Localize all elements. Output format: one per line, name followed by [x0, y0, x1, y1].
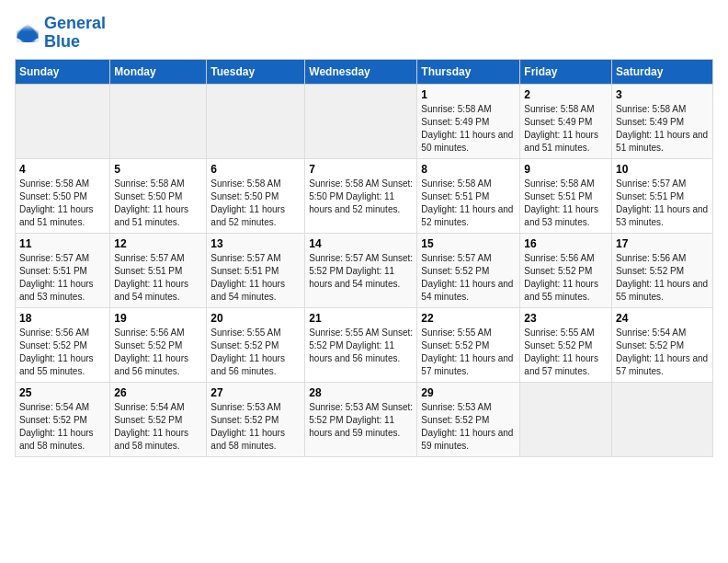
- day-info: Sunrise: 5:58 AM Sunset: 5:49 PM Dayligh…: [524, 103, 608, 155]
- day-number: 5: [114, 163, 202, 176]
- calendar-cell: 20Sunrise: 5:55 AM Sunset: 5:52 PM Dayli…: [207, 307, 305, 382]
- day-number: 6: [210, 163, 301, 176]
- day-info: Sunrise: 5:58 AM Sunset: 5:49 PM Dayligh…: [421, 103, 516, 155]
- logo: General Blue: [15, 15, 106, 52]
- calendar-cell: [207, 84, 305, 158]
- day-info: Sunrise: 5:57 AM Sunset: 5:52 PM Dayligh…: [421, 252, 516, 304]
- day-info: Sunrise: 5:54 AM Sunset: 5:52 PM Dayligh…: [114, 401, 202, 453]
- header-friday: Friday: [520, 59, 612, 84]
- day-info: Sunrise: 5:57 AM Sunset: 5:51 PM Dayligh…: [19, 252, 106, 304]
- day-number: 25: [19, 386, 106, 399]
- day-number: 7: [309, 163, 413, 176]
- calendar-cell: [305, 84, 417, 158]
- calendar-cell: 7Sunrise: 5:58 AM Sunset: 5:50 PM Daylig…: [305, 158, 417, 233]
- day-info: Sunrise: 5:53 AM Sunset: 5:52 PM Dayligh…: [210, 401, 301, 453]
- calendar-cell: 19Sunrise: 5:56 AM Sunset: 5:52 PM Dayli…: [110, 307, 207, 382]
- calendar-cell: 18Sunrise: 5:56 AM Sunset: 5:52 PM Dayli…: [16, 307, 110, 382]
- day-info: Sunrise: 5:56 AM Sunset: 5:52 PM Dayligh…: [616, 252, 709, 304]
- header-tuesday: Tuesday: [207, 59, 305, 84]
- calendar-cell: 1Sunrise: 5:58 AM Sunset: 5:49 PM Daylig…: [417, 84, 520, 158]
- day-number: 1: [421, 88, 516, 101]
- calendar-cell: 16Sunrise: 5:56 AM Sunset: 5:52 PM Dayli…: [520, 233, 612, 307]
- day-number: 20: [210, 312, 301, 325]
- day-info: Sunrise: 5:54 AM Sunset: 5:52 PM Dayligh…: [616, 327, 709, 378]
- calendar-cell: 5Sunrise: 5:58 AM Sunset: 5:50 PM Daylig…: [110, 158, 207, 233]
- day-info: Sunrise: 5:58 AM Sunset: 5:50 PM Dayligh…: [19, 178, 106, 229]
- calendar-week-row: 11Sunrise: 5:57 AM Sunset: 5:51 PM Dayli…: [16, 233, 713, 307]
- day-number: 11: [19, 237, 106, 250]
- day-number: 24: [616, 312, 709, 325]
- day-info: Sunrise: 5:58 AM Sunset: 5:50 PM Dayligh…: [309, 178, 413, 216]
- day-info: Sunrise: 5:57 AM Sunset: 5:51 PM Dayligh…: [210, 252, 301, 304]
- day-info: Sunrise: 5:56 AM Sunset: 5:52 PM Dayligh…: [19, 327, 106, 378]
- day-number: 8: [421, 163, 516, 176]
- header-saturday: Saturday: [612, 59, 713, 84]
- calendar-cell: [110, 84, 207, 158]
- calendar-cell: 4Sunrise: 5:58 AM Sunset: 5:50 PM Daylig…: [16, 158, 110, 233]
- calendar-cell: 12Sunrise: 5:57 AM Sunset: 5:51 PM Dayli…: [110, 233, 207, 307]
- calendar-cell: 28Sunrise: 5:53 AM Sunset: 5:52 PM Dayli…: [305, 382, 417, 456]
- day-number: 28: [309, 386, 413, 399]
- calendar-table: SundayMondayTuesdayWednesdayThursdayFrid…: [15, 59, 713, 457]
- day-info: Sunrise: 5:57 AM Sunset: 5:51 PM Dayligh…: [616, 178, 709, 229]
- header-wednesday: Wednesday: [305, 59, 417, 84]
- calendar-cell: 24Sunrise: 5:54 AM Sunset: 5:52 PM Dayli…: [612, 307, 713, 382]
- calendar-cell: 14Sunrise: 5:57 AM Sunset: 5:52 PM Dayli…: [305, 233, 417, 307]
- day-number: 16: [524, 237, 608, 250]
- day-info: Sunrise: 5:58 AM Sunset: 5:50 PM Dayligh…: [114, 178, 202, 229]
- calendar-cell: 3Sunrise: 5:58 AM Sunset: 5:49 PM Daylig…: [612, 84, 713, 158]
- header-thursday: Thursday: [417, 59, 520, 84]
- day-number: 9: [524, 163, 608, 176]
- calendar-cell: 23Sunrise: 5:55 AM Sunset: 5:52 PM Dayli…: [520, 307, 612, 382]
- calendar-cell: 8Sunrise: 5:58 AM Sunset: 5:51 PM Daylig…: [417, 158, 520, 233]
- calendar-week-row: 18Sunrise: 5:56 AM Sunset: 5:52 PM Dayli…: [16, 307, 713, 382]
- day-number: 3: [616, 88, 709, 101]
- calendar-cell: 21Sunrise: 5:55 AM Sunset: 5:52 PM Dayli…: [305, 307, 417, 382]
- calendar-cell: 22Sunrise: 5:55 AM Sunset: 5:52 PM Dayli…: [417, 307, 520, 382]
- day-number: 29: [421, 386, 516, 399]
- calendar-week-row: 25Sunrise: 5:54 AM Sunset: 5:52 PM Dayli…: [16, 382, 713, 456]
- day-info: Sunrise: 5:53 AM Sunset: 5:52 PM Dayligh…: [309, 401, 413, 440]
- logo-icon: [15, 22, 40, 44]
- day-info: Sunrise: 5:57 AM Sunset: 5:52 PM Dayligh…: [309, 252, 413, 291]
- day-info: Sunrise: 5:54 AM Sunset: 5:52 PM Dayligh…: [19, 401, 106, 453]
- day-number: 4: [19, 163, 106, 176]
- day-info: Sunrise: 5:55 AM Sunset: 5:52 PM Dayligh…: [421, 327, 516, 378]
- day-number: 23: [524, 312, 608, 325]
- calendar-cell: 13Sunrise: 5:57 AM Sunset: 5:51 PM Dayli…: [207, 233, 305, 307]
- day-number: 18: [19, 312, 106, 325]
- day-info: Sunrise: 5:58 AM Sunset: 5:51 PM Dayligh…: [421, 178, 516, 229]
- day-info: Sunrise: 5:56 AM Sunset: 5:52 PM Dayligh…: [524, 252, 608, 304]
- day-number: 15: [421, 237, 516, 250]
- day-number: 14: [309, 237, 413, 250]
- calendar-cell: [520, 382, 612, 456]
- header-sunday: Sunday: [16, 59, 110, 84]
- header: General Blue: [15, 15, 713, 52]
- day-info: Sunrise: 5:55 AM Sunset: 5:52 PM Dayligh…: [309, 327, 413, 365]
- calendar-header-row: SundayMondayTuesdayWednesdayThursdayFrid…: [16, 59, 713, 84]
- header-monday: Monday: [110, 59, 207, 84]
- calendar-cell: 27Sunrise: 5:53 AM Sunset: 5:52 PM Dayli…: [207, 382, 305, 456]
- calendar-cell: 10Sunrise: 5:57 AM Sunset: 5:51 PM Dayli…: [612, 158, 713, 233]
- calendar-cell: 11Sunrise: 5:57 AM Sunset: 5:51 PM Dayli…: [16, 233, 110, 307]
- calendar-cell: [612, 382, 713, 456]
- day-number: 12: [114, 237, 202, 250]
- day-info: Sunrise: 5:58 AM Sunset: 5:51 PM Dayligh…: [524, 178, 608, 229]
- day-number: 10: [616, 163, 709, 176]
- calendar-cell: 6Sunrise: 5:58 AM Sunset: 5:50 PM Daylig…: [207, 158, 305, 233]
- day-number: 27: [210, 386, 301, 399]
- day-info: Sunrise: 5:58 AM Sunset: 5:49 PM Dayligh…: [616, 103, 709, 155]
- calendar-week-row: 1Sunrise: 5:58 AM Sunset: 5:49 PM Daylig…: [16, 84, 713, 158]
- calendar-cell: 29Sunrise: 5:53 AM Sunset: 5:52 PM Dayli…: [417, 382, 520, 456]
- day-number: 13: [210, 237, 301, 250]
- day-number: 2: [524, 88, 608, 101]
- calendar-cell: 2Sunrise: 5:58 AM Sunset: 5:49 PM Daylig…: [520, 84, 612, 158]
- day-info: Sunrise: 5:55 AM Sunset: 5:52 PM Dayligh…: [210, 327, 301, 378]
- day-number: 22: [421, 312, 516, 325]
- day-info: Sunrise: 5:55 AM Sunset: 5:52 PM Dayligh…: [524, 327, 608, 378]
- calendar-week-row: 4Sunrise: 5:58 AM Sunset: 5:50 PM Daylig…: [16, 158, 713, 233]
- calendar-cell: 26Sunrise: 5:54 AM Sunset: 5:52 PM Dayli…: [110, 382, 207, 456]
- day-info: Sunrise: 5:58 AM Sunset: 5:50 PM Dayligh…: [210, 178, 301, 229]
- day-info: Sunrise: 5:57 AM Sunset: 5:51 PM Dayligh…: [114, 252, 202, 304]
- logo-text: General Blue: [44, 15, 106, 52]
